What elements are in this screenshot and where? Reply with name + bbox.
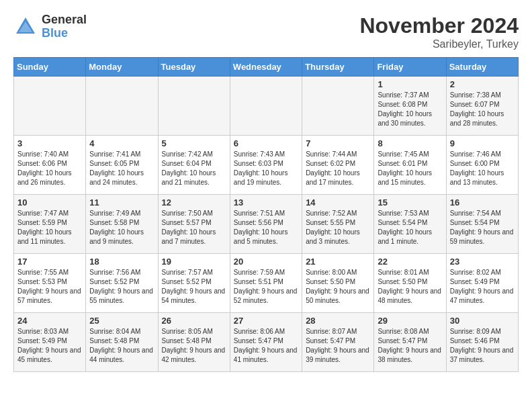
calendar-week-row: 1Sunrise: 7:37 AM Sunset: 6:08 PM Daylig… [14,77,519,136]
day-number: 24 [17,316,82,326]
day-number: 2 [450,79,515,89]
calendar-cell: 15Sunrise: 7:53 AM Sunset: 5:54 PM Dayli… [374,195,446,254]
day-number: 10 [17,197,82,208]
calendar-cell: 24Sunrise: 8:03 AM Sunset: 5:49 PM Dayli… [14,313,86,372]
calendar-week-row: 24Sunrise: 8:03 AM Sunset: 5:49 PM Dayli… [14,313,519,372]
calendar-week-row: 17Sunrise: 7:55 AM Sunset: 5:53 PM Dayli… [14,254,519,313]
day-number: 12 [162,197,226,208]
day-info: Sunrise: 7:47 AM Sunset: 5:59 PM Dayligh… [17,209,82,246]
title-block: November 2024 Saribeyler, Turkey [359,13,519,50]
logo-general-text: General [42,13,87,27]
day-info: Sunrise: 8:02 AM Sunset: 5:49 PM Dayligh… [450,268,515,306]
calendar-cell: 17Sunrise: 7:55 AM Sunset: 5:53 PM Dayli… [14,254,86,313]
day-info: Sunrise: 7:54 AM Sunset: 5:54 PM Dayligh… [450,209,515,246]
day-number: 20 [234,257,298,267]
day-number: 15 [378,197,442,208]
day-number: 28 [306,316,370,326]
header-row: SundayMondayTuesdayWednesdayThursdayFrid… [14,58,519,77]
calendar-cell: 16Sunrise: 7:54 AM Sunset: 5:54 PM Dayli… [446,195,518,254]
calendar-cell: 11Sunrise: 7:49 AM Sunset: 5:58 PM Dayli… [86,195,158,254]
calendar-week-row: 3Sunrise: 7:40 AM Sunset: 6:06 PM Daylig… [14,136,519,195]
calendar-cell: 12Sunrise: 7:50 AM Sunset: 5:57 PM Dayli… [158,195,230,254]
day-number: 16 [450,197,515,208]
day-number: 26 [162,316,226,326]
day-info: Sunrise: 7:43 AM Sunset: 6:03 PM Dayligh… [234,150,298,187]
calendar-cell: 3Sunrise: 7:40 AM Sunset: 6:06 PM Daylig… [14,136,86,195]
day-number: 9 [450,138,515,148]
calendar-body: 1Sunrise: 7:37 AM Sunset: 6:08 PM Daylig… [14,77,519,372]
header-day: Saturday [446,58,518,77]
day-info: Sunrise: 7:40 AM Sunset: 6:06 PM Dayligh… [17,150,82,187]
day-number: 30 [450,316,515,326]
calendar-cell: 2Sunrise: 7:38 AM Sunset: 6:07 PM Daylig… [446,77,518,136]
calendar-cell: 20Sunrise: 7:59 AM Sunset: 5:51 PM Dayli… [230,254,302,313]
calendar-cell: 18Sunrise: 7:56 AM Sunset: 5:52 PM Dayli… [86,254,158,313]
calendar-cell [302,77,374,136]
day-number: 7 [306,138,370,148]
day-info: Sunrise: 8:00 AM Sunset: 5:50 PM Dayligh… [306,268,370,306]
calendar-cell: 13Sunrise: 7:51 AM Sunset: 5:56 PM Dayli… [230,195,302,254]
day-info: Sunrise: 7:56 AM Sunset: 5:52 PM Dayligh… [89,268,154,306]
calendar-cell: 19Sunrise: 7:57 AM Sunset: 5:52 PM Dayli… [158,254,230,313]
day-number: 14 [306,197,370,208]
day-number: 19 [162,257,226,267]
day-number: 17 [17,257,82,267]
day-info: Sunrise: 8:01 AM Sunset: 5:50 PM Dayligh… [378,268,442,306]
calendar-cell: 1Sunrise: 7:37 AM Sunset: 6:08 PM Daylig… [374,77,446,136]
day-number: 27 [234,316,298,326]
day-info: Sunrise: 7:57 AM Sunset: 5:52 PM Dayligh… [162,268,226,306]
calendar-cell: 21Sunrise: 8:00 AM Sunset: 5:50 PM Dayli… [302,254,374,313]
month-title: November 2024 [359,13,519,38]
day-info: Sunrise: 8:08 AM Sunset: 5:47 PM Dayligh… [378,327,442,365]
day-info: Sunrise: 8:05 AM Sunset: 5:48 PM Dayligh… [162,327,226,365]
day-info: Sunrise: 8:04 AM Sunset: 5:48 PM Dayligh… [89,327,154,365]
day-number: 21 [306,257,370,267]
logo-text: General Blue [42,13,87,40]
calendar-cell: 9Sunrise: 7:46 AM Sunset: 6:00 PM Daylig… [446,136,518,195]
calendar-cell: 8Sunrise: 7:45 AM Sunset: 6:01 PM Daylig… [374,136,446,195]
calendar-cell: 25Sunrise: 8:04 AM Sunset: 5:48 PM Dayli… [86,313,158,372]
calendar-cell: 4Sunrise: 7:41 AM Sunset: 6:05 PM Daylig… [86,136,158,195]
header-day: Sunday [14,58,86,77]
day-number: 11 [89,197,154,208]
day-info: Sunrise: 7:53 AM Sunset: 5:54 PM Dayligh… [378,209,442,246]
logo: General Blue [13,13,87,40]
calendar-cell [158,77,230,136]
day-number: 6 [234,138,298,148]
calendar-cell: 10Sunrise: 7:47 AM Sunset: 5:59 PM Dayli… [14,195,86,254]
day-number: 13 [234,197,298,208]
day-info: Sunrise: 7:42 AM Sunset: 6:04 PM Dayligh… [162,150,226,187]
calendar-cell: 22Sunrise: 8:01 AM Sunset: 5:50 PM Dayli… [374,254,446,313]
calendar-cell: 28Sunrise: 8:07 AM Sunset: 5:47 PM Dayli… [302,313,374,372]
day-info: Sunrise: 7:52 AM Sunset: 5:55 PM Dayligh… [306,209,370,246]
day-info: Sunrise: 7:49 AM Sunset: 5:58 PM Dayligh… [89,209,154,246]
calendar-cell: 27Sunrise: 8:06 AM Sunset: 5:47 PM Dayli… [230,313,302,372]
calendar-table: SundayMondayTuesdayWednesdayThursdayFrid… [13,57,519,372]
header-day: Tuesday [158,58,230,77]
calendar-cell: 29Sunrise: 8:08 AM Sunset: 5:47 PM Dayli… [374,313,446,372]
day-info: Sunrise: 8:07 AM Sunset: 5:47 PM Dayligh… [306,327,370,365]
day-number: 22 [378,257,442,267]
day-info: Sunrise: 7:46 AM Sunset: 6:00 PM Dayligh… [450,150,515,187]
day-info: Sunrise: 7:45 AM Sunset: 6:01 PM Dayligh… [378,150,442,187]
calendar-cell: 14Sunrise: 7:52 AM Sunset: 5:55 PM Dayli… [302,195,374,254]
day-info: Sunrise: 7:50 AM Sunset: 5:57 PM Dayligh… [162,209,226,246]
header-day: Wednesday [230,58,302,77]
day-info: Sunrise: 8:06 AM Sunset: 5:47 PM Dayligh… [234,327,298,365]
logo-icon [13,15,38,39]
day-number: 8 [378,138,442,148]
day-number: 25 [89,316,154,326]
day-number: 3 [17,138,82,148]
day-info: Sunrise: 8:09 AM Sunset: 5:46 PM Dayligh… [450,327,515,365]
calendar-cell: 5Sunrise: 7:42 AM Sunset: 6:04 PM Daylig… [158,136,230,195]
page-header: General Blue November 2024 Saribeyler, T… [13,13,519,50]
header-day: Friday [374,58,446,77]
day-info: Sunrise: 7:38 AM Sunset: 6:07 PM Dayligh… [450,91,515,128]
logo-blue-text: Blue [42,27,87,40]
calendar-header: SundayMondayTuesdayWednesdayThursdayFrid… [14,58,519,77]
day-number: 4 [89,138,154,148]
calendar-cell [86,77,158,136]
calendar-cell: 23Sunrise: 8:02 AM Sunset: 5:49 PM Dayli… [446,254,518,313]
day-info: Sunrise: 7:44 AM Sunset: 6:02 PM Dayligh… [306,150,370,187]
day-info: Sunrise: 7:59 AM Sunset: 5:51 PM Dayligh… [234,268,298,306]
